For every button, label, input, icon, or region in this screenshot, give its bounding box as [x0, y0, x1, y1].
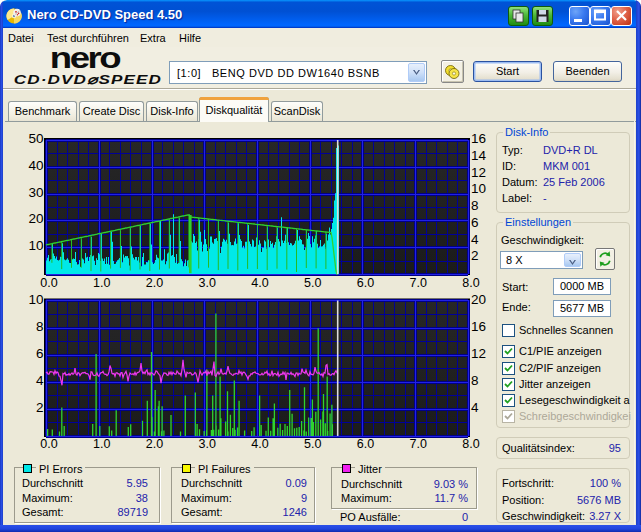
- svg-text:16: 16: [471, 131, 486, 146]
- svg-text:3.0: 3.0: [199, 276, 216, 290]
- svg-text:5.0: 5.0: [304, 437, 321, 451]
- svg-text:0.0: 0.0: [40, 437, 57, 451]
- svg-text:2: 2: [36, 400, 44, 415]
- svg-text:1.0: 1.0: [93, 276, 110, 290]
- svg-text:6: 6: [36, 346, 44, 361]
- svg-text:10: 10: [28, 238, 43, 253]
- svg-text:4: 4: [471, 232, 479, 247]
- svg-text:40: 40: [28, 158, 43, 173]
- svg-text:7.0: 7.0: [410, 276, 427, 290]
- svg-text:10: 10: [471, 181, 486, 196]
- svg-text:20: 20: [28, 211, 43, 226]
- svg-text:3.0: 3.0: [199, 437, 216, 451]
- svg-text:20: 20: [471, 292, 486, 307]
- svg-text:8: 8: [471, 198, 479, 213]
- svg-text:12: 12: [471, 165, 486, 180]
- svg-text:5.0: 5.0: [304, 276, 321, 290]
- svg-text:8: 8: [36, 319, 44, 334]
- svg-text:12: 12: [471, 346, 486, 361]
- svg-text:4: 4: [36, 373, 44, 388]
- svg-text:10: 10: [28, 292, 43, 307]
- svg-text:30: 30: [28, 185, 43, 200]
- svg-text:14: 14: [471, 148, 487, 163]
- svg-text:50: 50: [28, 131, 43, 146]
- svg-text:0.0: 0.0: [40, 276, 57, 290]
- svg-text:2: 2: [471, 248, 479, 263]
- svg-text:2.0: 2.0: [146, 437, 163, 451]
- svg-text:8.0: 8.0: [462, 276, 479, 290]
- svg-text:6.0: 6.0: [357, 437, 374, 451]
- svg-text:1.0: 1.0: [93, 437, 110, 451]
- svg-text:4.0: 4.0: [251, 276, 268, 290]
- svg-text:16: 16: [471, 319, 486, 334]
- svg-text:8: 8: [471, 373, 479, 388]
- svg-text:8.0: 8.0: [462, 437, 479, 451]
- svg-text:6.0: 6.0: [357, 276, 374, 290]
- svg-text:6: 6: [471, 215, 479, 230]
- svg-text:4.0: 4.0: [251, 437, 268, 451]
- svg-text:7.0: 7.0: [410, 437, 427, 451]
- svg-text:2.0: 2.0: [146, 276, 163, 290]
- svg-text:4: 4: [471, 400, 479, 415]
